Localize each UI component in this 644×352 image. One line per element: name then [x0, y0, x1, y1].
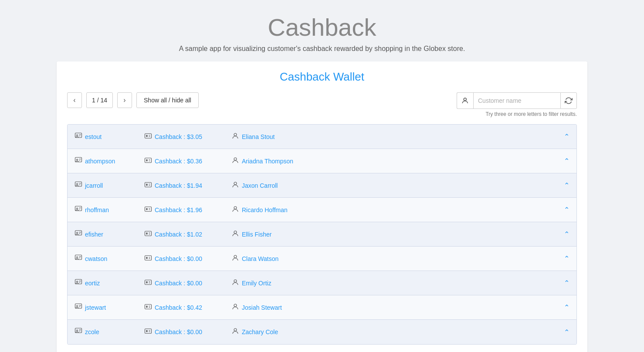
- wallet-row[interactable]: eortiz Cashback : $0.00: [68, 271, 576, 295]
- cashback-text: Cashback : $0.00: [155, 255, 202, 262]
- main-container: Cashback Wallet ‹ 1 / 14 › Show all / hi…: [57, 61, 587, 352]
- cashback-icon: [144, 303, 152, 312]
- svg-rect-69: [146, 305, 148, 308]
- search-person-icon: [457, 92, 473, 109]
- col-name: Josiah Stewart: [231, 303, 556, 312]
- customer-name-text: Ricardo Hoffman: [242, 206, 288, 213]
- wallet-list: estout Cashback : $3.05: [67, 124, 577, 345]
- col-expand[interactable]: ⌃: [556, 279, 569, 287]
- col-expand[interactable]: ⌃: [556, 303, 569, 311]
- svg-rect-41: [145, 231, 152, 236]
- refresh-button[interactable]: [560, 92, 577, 109]
- svg-point-29: [77, 208, 78, 209]
- col-username: athompson: [75, 156, 144, 166]
- wallet-row[interactable]: efisher Cashback : $1.02: [68, 222, 576, 247]
- col-expand[interactable]: ⌃: [556, 230, 569, 238]
- col-cashback: Cashback : $0.00: [144, 254, 231, 264]
- svg-rect-68: [145, 304, 152, 309]
- col-name: Clara Watson: [231, 254, 556, 264]
- svg-rect-60: [146, 281, 148, 283]
- svg-point-72: [234, 304, 237, 307]
- col-expand[interactable]: ⌃: [556, 157, 569, 165]
- username-text: efisher: [85, 231, 103, 238]
- customer-name-text: Ariadna Thompson: [242, 158, 293, 165]
- svg-point-27: [234, 182, 237, 185]
- prev-page-button[interactable]: ‹: [67, 92, 82, 108]
- wallet-row[interactable]: zcole Cashback : $0.00: [68, 320, 576, 344]
- cashback-icon: [144, 205, 152, 215]
- cashback-icon: [144, 278, 152, 288]
- col-cashback: Cashback : $0.42: [144, 303, 231, 312]
- badge-icon: [75, 303, 82, 312]
- person-icon: [231, 303, 239, 312]
- col-name: Eliana Stout: [231, 132, 556, 142]
- username-text: eortiz: [85, 280, 100, 287]
- chevron-up-icon: ⌃: [564, 230, 569, 238]
- customer-name-text: Ellis Fisher: [242, 231, 271, 238]
- chevron-up-icon: ⌃: [564, 328, 569, 336]
- svg-point-18: [234, 158, 237, 160]
- badge-icon: [75, 205, 82, 215]
- svg-point-0: [464, 98, 466, 101]
- customer-name-text: Josiah Stewart: [242, 304, 282, 311]
- person-icon: [231, 278, 239, 288]
- svg-point-11: [77, 159, 78, 160]
- svg-rect-78: [146, 330, 148, 332]
- search-input[interactable]: [473, 92, 560, 109]
- col-expand[interactable]: ⌃: [556, 206, 569, 214]
- cashback-icon: [144, 132, 152, 142]
- col-expand[interactable]: ⌃: [556, 328, 569, 336]
- badge-icon: [75, 156, 82, 166]
- svg-point-65: [77, 305, 78, 307]
- chevron-up-icon: ⌃: [564, 206, 569, 214]
- username-text: jstewart: [85, 304, 106, 311]
- svg-point-20: [77, 183, 78, 185]
- col-cashback: Cashback : $0.00: [144, 278, 231, 288]
- person-icon: [231, 132, 239, 142]
- col-username: rhoffman: [75, 205, 144, 215]
- toolbar-left: ‹ 1 / 14 › Show all / hide all: [67, 92, 199, 108]
- wallet-row[interactable]: athompson Cashback : $0.36: [68, 149, 576, 173]
- chevron-up-icon: ⌃: [564, 254, 569, 263]
- person-icon: [231, 205, 239, 215]
- svg-rect-5: [145, 133, 152, 138]
- next-page-button[interactable]: ›: [117, 92, 132, 108]
- wallet-row[interactable]: estout Cashback : $3.05: [68, 125, 576, 149]
- svg-point-74: [77, 330, 78, 331]
- person-icon: [231, 327, 239, 337]
- search-row: [457, 92, 577, 109]
- wallet-row[interactable]: rhoffman Cashback : $1.96: [68, 198, 576, 222]
- col-username: cwatson: [75, 254, 144, 264]
- cashback-text: Cashback : $0.00: [155, 328, 202, 335]
- col-username: estout: [75, 132, 144, 142]
- col-username: zcole: [75, 327, 144, 337]
- wallet-row[interactable]: jcarroll Cashback : $1.94: [68, 173, 576, 198]
- username-text: zcole: [85, 328, 99, 335]
- wallet-row[interactable]: cwatson Cashback : $0.00: [68, 247, 576, 271]
- svg-rect-32: [145, 206, 152, 211]
- col-expand[interactable]: ⌃: [556, 181, 569, 190]
- col-username: jstewart: [75, 303, 144, 312]
- svg-rect-50: [145, 255, 152, 260]
- svg-point-2: [77, 135, 78, 136]
- show-all-button[interactable]: Show all / hide all: [136, 92, 199, 108]
- username-text: jcarroll: [85, 182, 103, 189]
- col-name: Zachary Cole: [231, 327, 556, 337]
- username-text: rhoffman: [85, 206, 109, 213]
- cashback-text: Cashback : $0.36: [155, 158, 202, 165]
- cashback-text: Cashback : $1.02: [155, 231, 202, 238]
- wallet-row[interactable]: jstewart Cashback : $0.42: [68, 295, 576, 320]
- col-cashback: Cashback : $0.36: [144, 156, 231, 166]
- col-name: Emily Ortiz: [231, 278, 556, 288]
- col-name: Ariadna Thompson: [231, 156, 556, 166]
- chevron-up-icon: ⌃: [564, 157, 569, 165]
- page-subtitle: A sample app for visualizing customer's …: [0, 45, 644, 53]
- svg-rect-23: [145, 182, 152, 187]
- customer-name-text: Clara Watson: [242, 255, 278, 262]
- svg-point-38: [77, 232, 78, 234]
- badge-icon: [75, 254, 82, 264]
- svg-rect-77: [145, 329, 152, 334]
- col-expand[interactable]: ⌃: [556, 132, 569, 141]
- cashback-icon: [144, 230, 152, 239]
- col-expand[interactable]: ⌃: [556, 254, 569, 263]
